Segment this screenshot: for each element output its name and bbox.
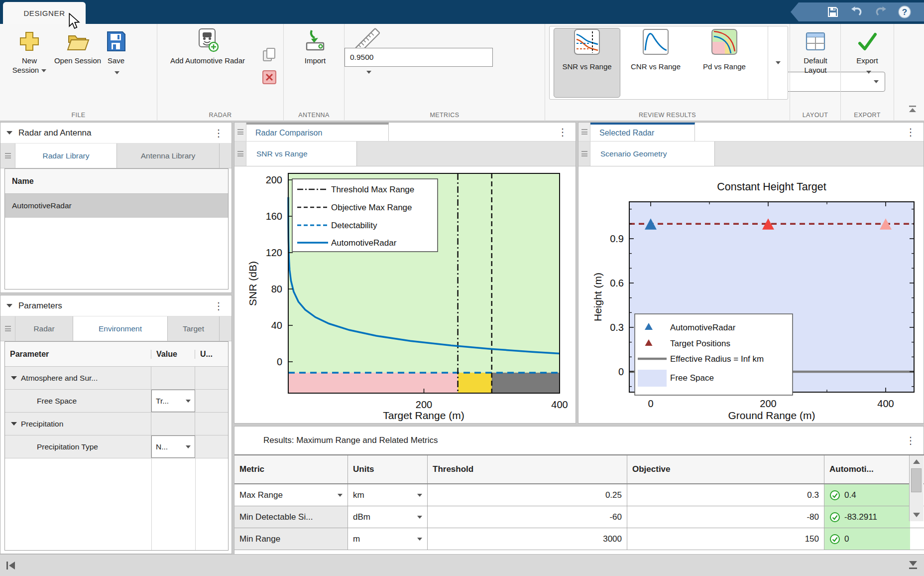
tab-scenario-geometry[interactable]: Scenario Geometry [590,142,715,166]
pd-vs-range-button[interactable]: Pd vs Range [691,28,758,98]
radar-designer-app: DESIGNER [0,0,924,576]
objective-cell[interactable]: -80 [627,506,824,528]
grip-icon [5,325,11,333]
import-antenna-button[interactable]: Import [293,28,338,65]
name-column-header: Name [5,169,228,194]
radar-library-row[interactable]: AutomotiveRadar [5,194,228,218]
results-menu-icon[interactable]: ⋮ [906,435,916,445]
svg-text:80: 80 [271,284,282,294]
radar-name: AutomotiveRadar [12,201,72,210]
geometry-xlabel: Ground Range (m) [728,410,815,421]
param-row-free-space[interactable]: Free Space Tr... [5,390,228,413]
open-session-button[interactable]: Open Session [53,28,103,65]
export-section-label: EXPORT [841,112,894,119]
threshold-cell[interactable]: 0.25 [428,484,627,506]
layout-section-label: LAYOUT [790,112,840,119]
scrollbar-thumb[interactable] [911,468,922,492]
default-layout-button[interactable]: Default Layout [795,28,836,75]
snr-vs-range-chart[interactable]: 04080120160200200400 SNR (dB) Target Ran… [234,166,577,423]
scenario-geometry-chart[interactable]: 020040000.30.60.9 Constant Height Target… [578,166,924,423]
tab-antenna-library[interactable]: Antenna Library [117,144,220,168]
objective-cell[interactable]: 150 [627,528,824,550]
tabstrip-grip[interactable] [0,316,15,341]
radar-antenna-menu-icon[interactable]: ⋮ [214,128,224,138]
export-button[interactable]: Export [846,28,888,76]
automotive-radar-icon [196,28,220,53]
svg-text:200: 200 [760,398,776,409]
precipitation-type-value-dropdown[interactable]: N... [151,435,195,458]
quick-save-button[interactable] [826,5,839,18]
panel-grip[interactable] [234,123,246,141]
collapse-caret-icon[interactable] [6,304,12,307]
tab-radar-comparison[interactable]: Radar Comparison [246,123,389,141]
objective-cell[interactable]: 0.3 [627,484,824,506]
add-automotive-radar-button[interactable]: Add Automotive Radar [163,28,252,65]
grid-line [151,458,152,550]
ribbon-section-layout: Default Layout LAYOUT [790,24,841,121]
copy-radar-button[interactable] [262,47,277,65]
grip-icon [581,150,587,158]
results-table-header: Metric Units Threshold Objective Automot… [234,455,924,484]
new-session-button[interactable]: New Session [8,28,51,75]
tab-selected-radar[interactable]: Selected Radar [590,123,695,141]
metric-cell[interactable]: Min Detectable Si... [234,506,348,528]
param-name: Precipitation [21,420,63,429]
units-select[interactable]: km [348,484,428,506]
subtab-grip[interactable] [234,142,246,166]
undo-button[interactable] [850,5,863,18]
pd-vs-range-icon [711,28,738,60]
legend-automotive-radar: AutomotiveRadar [331,238,397,248]
snr-vs-range-button[interactable]: SNR vs Range [554,28,620,98]
tab-target[interactable]: Target [168,316,220,341]
selected-radar-menu-icon[interactable]: ⋮ [906,127,916,137]
objective-value: 0.3 [807,490,819,500]
group-collapse-icon[interactable] [11,422,17,426]
radar-comparison-menu-icon[interactable]: ⋮ [558,127,568,137]
group-collapse-icon[interactable] [11,376,17,380]
threshold-cell[interactable]: 3000 [428,528,627,550]
save-session-button[interactable]: Save [101,28,131,77]
metric-cell[interactable]: Min Range [234,528,348,550]
tab-snr-vs-range[interactable]: SNR vs Range [246,142,357,166]
subtab-grip[interactable] [578,142,590,166]
selected-radar-subtabs: Scenario Geometry [578,142,924,166]
units-select[interactable]: dBm [348,506,428,528]
param-row-precipitation[interactable]: Precipitation [5,413,228,435]
col-threshold: Threshold [428,455,627,483]
free-space-value-dropdown[interactable]: Tr... [151,390,195,412]
restore-left-panel-button[interactable] [5,560,17,572]
redo-button[interactable] [874,5,887,18]
units-select[interactable]: m [348,528,428,550]
param-row-atmosphere[interactable]: Atmosphere and Sur... [5,367,228,390]
results-header: Results: Maximum Range and Related Metri… [234,427,924,454]
parameters-menu-icon[interactable]: ⋮ [214,301,224,311]
results-row-max-range: Max Range km 0.25 0.3 0.4 [234,484,924,506]
tab-radar-params[interactable]: Radar [15,316,73,341]
parameters-panel: Parameters ⋮ Radar Environment Target Pa… [0,295,232,554]
result-cell: 0 [824,528,910,550]
help-button[interactable]: ? [898,5,911,18]
collapse-bottom-panel-button[interactable] [907,559,919,572]
collapse-ribbon-button[interactable] [907,105,918,117]
scroll-up-icon[interactable] [913,459,920,464]
param-row-precipitation-type[interactable]: Precipitation Type N... [5,435,228,458]
svg-text:0: 0 [618,366,624,377]
panel-grip[interactable] [578,123,590,141]
results-scrollbar[interactable] [909,455,924,521]
tab-designer-label: DESIGNER [23,9,65,17]
tab-radar-library[interactable]: Radar Library [15,144,117,168]
metric-select[interactable]: Max Range [234,484,348,506]
ribbon-section-review-results: SNR vs Range CNR vs Range [545,24,790,121]
open-session-label: Open Session [54,56,101,65]
pd-constraint-input[interactable] [345,48,493,67]
tabstrip-grip[interactable] [0,144,15,168]
threshold-cell[interactable]: -60 [428,506,627,528]
tab-environment[interactable]: Environment [73,316,168,341]
scroll-down-icon[interactable] [913,513,920,517]
parameters-tabstrip: Radar Environment Target [0,316,231,341]
cnr-vs-range-button[interactable]: CNR vs Range [622,28,689,98]
gallery-expand-button[interactable] [768,26,788,99]
collapse-caret-icon[interactable] [6,131,12,135]
svg-text:200: 200 [266,174,282,185]
delete-radar-button[interactable] [262,70,277,87]
